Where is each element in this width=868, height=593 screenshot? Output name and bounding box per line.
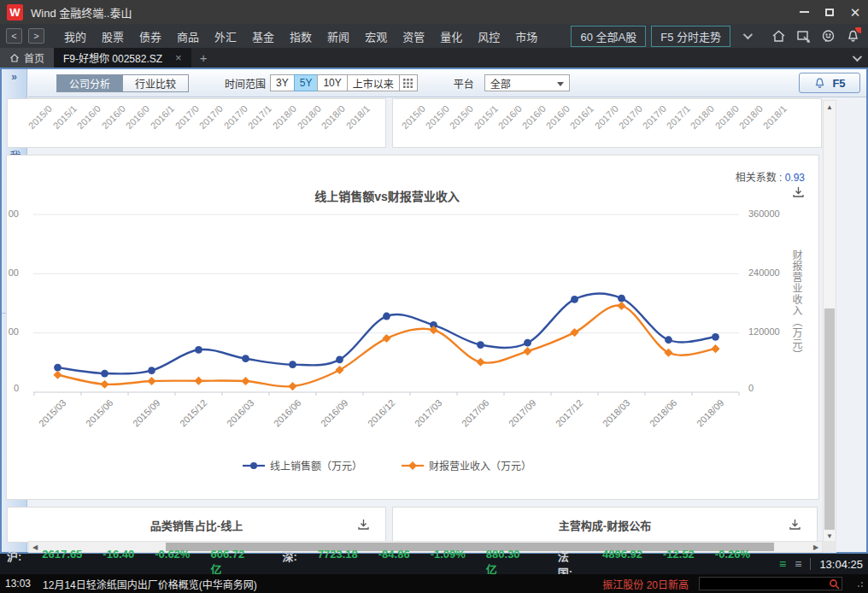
bell-icon — [813, 77, 826, 90]
right-axis-title: 财报营业收入（万元） — [789, 250, 804, 403]
menu-item-4[interactable]: 外汇 — [207, 25, 244, 48]
top-right-chart-panel: 2015/02015/02015/02015/12016/02016/02016… — [392, 98, 822, 148]
data-point[interactable] — [711, 344, 719, 353]
data-point[interactable] — [195, 346, 202, 354]
download-icon[interactable] — [357, 519, 370, 534]
menu-item-1[interactable]: 股票 — [94, 25, 132, 48]
tab-close-icon[interactable]: × — [175, 51, 182, 64]
data-point[interactable] — [664, 349, 672, 357]
data-point[interactable] — [101, 370, 108, 378]
data-point[interactable] — [288, 382, 296, 390]
menu-item-5[interactable]: 基金 — [244, 25, 282, 48]
data-point[interactable] — [147, 377, 155, 385]
data-point[interactable] — [476, 358, 484, 367]
tab-stock-f9[interactable]: F9-好想你 002582.SZ × — [54, 48, 191, 68]
menu-item-0[interactable]: 我的 — [56, 25, 94, 48]
line-chart — [7, 156, 820, 501]
tab-list-chevron-icon[interactable] — [853, 48, 868, 68]
vertical-scroll-thumb[interactable] — [824, 308, 835, 541]
data-point[interactable] — [289, 361, 296, 368]
segment-industry-compare[interactable]: 行业比较 — [123, 74, 189, 92]
menu-item-11[interactable]: 风控 — [470, 25, 507, 48]
custom-range-grid-icon[interactable] — [399, 74, 418, 91]
data-point[interactable] — [570, 328, 578, 337]
data-point[interactable] — [523, 347, 531, 355]
data-point[interactable] — [241, 377, 249, 385]
clipped-date-label: 2017/1 — [246, 103, 273, 131]
data-point[interactable] — [571, 296, 578, 303]
bell-icon[interactable] — [844, 27, 861, 44]
range-3y-button[interactable]: 3Y — [270, 74, 295, 91]
chat-icon[interactable] — [819, 27, 836, 44]
range-10y-button[interactable]: 10Y — [317, 74, 347, 91]
platform-dropdown[interactable]: 全部 — [484, 74, 570, 91]
data-point[interactable] — [477, 341, 484, 349]
home-icon[interactable] — [770, 27, 787, 44]
data-point[interactable] — [194, 377, 202, 385]
clipped-date-label: 2018/0 — [713, 103, 740, 131]
search-icon[interactable] — [829, 578, 840, 590]
search-input[interactable] — [699, 577, 842, 590]
menu-item-9[interactable]: 资管 — [395, 25, 432, 48]
panel-title: 主营构成-财报公布 — [393, 508, 817, 542]
analysis-toolbar: 公司分析 行业比较 时间范围 3Y 5Y 10Y 上市以来 平台 全部 F5 — [28, 69, 866, 97]
quick-button-all-a-shares[interactable]: 60 全部A股 — [571, 26, 646, 47]
data-point[interactable] — [242, 355, 249, 362]
menu-item-7[interactable]: 新闻 — [320, 25, 357, 48]
data-point[interactable] — [53, 371, 62, 379]
data-point[interactable] — [524, 339, 531, 347]
data-point[interactable] — [617, 302, 625, 310]
data-point[interactable] — [618, 295, 625, 302]
download-icon[interactable] — [789, 519, 801, 534]
stock-alert-link[interactable]: 振江股份 20日新高 — [602, 577, 689, 591]
data-point[interactable] — [335, 366, 343, 374]
clipped-date-label: 2015/1 — [50, 103, 78, 131]
data-point[interactable] — [383, 313, 390, 320]
list-icon-green[interactable]: ≡ — [779, 558, 786, 570]
range-since-listing-button[interactable]: 上市以来 — [347, 74, 400, 91]
list-icon-gray[interactable]: ≡ — [795, 558, 801, 570]
menu-item-2[interactable]: 债券 — [132, 25, 169, 48]
chevron-down-icon[interactable] — [736, 27, 758, 44]
scroll-down-arrow[interactable]: ▼ — [824, 530, 836, 542]
vertical-scrollbar[interactable]: ▲ ▼ — [823, 100, 836, 543]
maximize-button[interactable] — [817, 0, 842, 24]
clipped-date-label: 2017/0 — [197, 103, 225, 131]
data-point[interactable] — [100, 380, 108, 389]
scroll-up-arrow[interactable]: ▲ — [824, 101, 836, 113]
legend-item[interactable]: 财报营业收入（万元） — [402, 458, 531, 473]
clipped-date-label: 2018/0 — [689, 103, 716, 131]
menu-item-3[interactable]: 商品 — [169, 25, 207, 48]
data-point[interactable] — [148, 367, 155, 374]
range-5y-button[interactable]: 5Y — [294, 74, 319, 91]
forward-button[interactable]: > — [28, 28, 44, 44]
data-point[interactable] — [665, 336, 672, 343]
data-point[interactable] — [336, 355, 343, 363]
scroll-right-arrow[interactable]: ▶ — [810, 542, 822, 552]
menu-item-12[interactable]: 市场 — [507, 25, 545, 48]
screenshot-icon[interactable] — [795, 27, 812, 44]
dropdown-caret-icon — [557, 82, 564, 86]
bottom-left-chart-panel: 品类销售占比-线上 — [7, 507, 386, 543]
tab-home[interactable]: 首页 — [0, 48, 54, 68]
menu-item-10[interactable]: 量化 — [432, 25, 470, 48]
minimize-button[interactable] — [791, 0, 817, 24]
data-point[interactable] — [382, 334, 390, 343]
segment-company-analysis[interactable]: 公司分析 — [56, 74, 123, 92]
news-headline[interactable]: 12月14日轻涂纸国内出厂价格概览(中华商务网) — [43, 577, 257, 591]
new-tab-button[interactable]: + — [191, 48, 216, 68]
window-title: Wind 金融终端..泰山 — [31, 4, 132, 21]
legend-item[interactable]: 线上销售额（万元） — [243, 458, 362, 473]
chart-legend: 线上销售额（万元）财报营业收入（万元） — [7, 458, 767, 473]
left-axis-tick-clipped: 00 — [2, 208, 19, 219]
close-button[interactable]: ✕ — [842, 0, 868, 24]
quick-button-intraday[interactable]: F5 分时走势 — [651, 26, 730, 47]
back-button[interactable]: < — [6, 28, 22, 44]
resize-grip[interactable] — [856, 580, 863, 587]
alert-f5-button[interactable]: F5 — [799, 73, 860, 93]
data-point[interactable] — [712, 333, 719, 341]
sidebar-expander[interactable]: » — [2, 69, 26, 83]
data-point[interactable] — [54, 364, 62, 372]
menu-item-8[interactable]: 宏观 — [357, 25, 395, 48]
menu-item-6[interactable]: 指数 — [282, 25, 320, 48]
